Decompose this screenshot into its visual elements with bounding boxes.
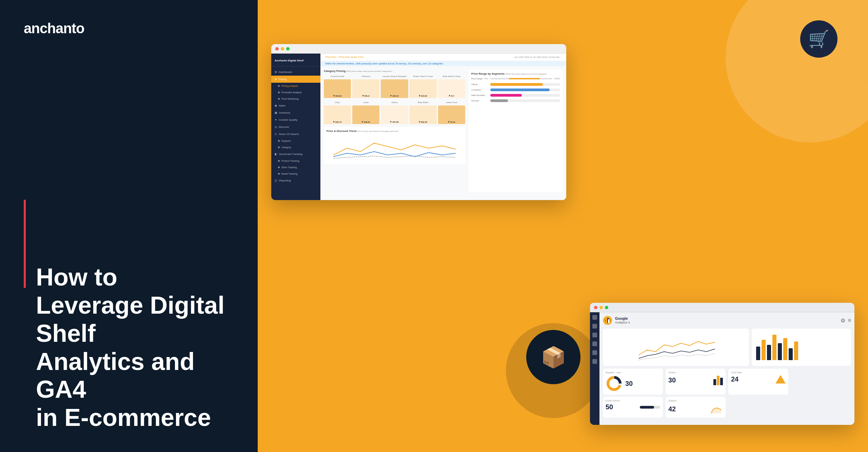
- ga4-menu-icon[interactable]: ≡: [848, 317, 851, 324]
- reporting-icon: ◫: [275, 179, 277, 182]
- browser-dot-yellow: [281, 47, 284, 51]
- sidebar-item-pricing[interactable]: ◈ Pricing: [271, 76, 320, 83]
- accent-bar: [24, 200, 26, 288]
- sales-icon: ◉: [275, 104, 277, 107]
- cat-cell-4: ₱ 204.53: [410, 79, 437, 98]
- support-content: 42: [668, 403, 723, 415]
- content-icon: ✦: [275, 118, 277, 121]
- support-value: 42: [668, 405, 676, 413]
- sidebar-item-promotion-analysis[interactable]: Promotion Analysis: [271, 89, 320, 96]
- sidebar-item-pricing-analysis[interactable]: Pricing Analysis: [271, 83, 320, 89]
- left-panel: anchanto How to Leverage Digital Shelf A…: [0, 0, 258, 452]
- sub-dot-2: [278, 92, 280, 93]
- dsa-date: Jun 10th 2024 to Jul 14th 2024 Current M…: [514, 56, 561, 58]
- sub-dot-4: [278, 140, 280, 142]
- sub-dot-6: [278, 160, 280, 162]
- bar-6: [783, 338, 787, 360]
- sidebar-item-reporting[interactable]: ◫ Reporting: [271, 177, 320, 184]
- ga4-stat-support: Support 42: [666, 397, 726, 418]
- svg-rect-2: [606, 318, 607, 323]
- ga4-body: Google Analytics 4 ⚙ ≡: [590, 312, 854, 425]
- ga4-stat-register: Register - new 30: [603, 369, 663, 395]
- bar-1: [756, 347, 760, 360]
- range-track: [490, 78, 552, 79]
- ga4-stat-visitors: Visitors 30: [666, 369, 726, 395]
- sub-dot-8: [278, 173, 280, 175]
- ga4-sidebar-icon-3: [592, 333, 597, 337]
- range-row-official: Official: [471, 83, 560, 86]
- cat-header-5: Body Wash & Soap: [438, 75, 465, 78]
- email-value: 50: [606, 403, 613, 411]
- competitor-bar: [490, 89, 550, 91]
- sidebar-item-store-tracking[interactable]: Store Tracking: [271, 164, 320, 171]
- click-label: Click Date: [731, 371, 786, 374]
- visitors-bars: [713, 375, 723, 385]
- sidebar-item-discover[interactable]: ◎ Discover: [271, 123, 320, 131]
- cat-r2-cell-5: ₱ 45.42: [438, 105, 465, 124]
- category-grid-row2: Chips Lotion Others Baby Bottle Instant …: [324, 101, 465, 124]
- sub-dot-5: [278, 146, 280, 148]
- sidebar-item-product-tracking[interactable]: Product Tracking: [271, 158, 320, 164]
- bar-4: [772, 335, 776, 360]
- ga4-stat-empty: [791, 369, 851, 395]
- cart-icon-container: 🛒: [800, 20, 837, 58]
- official-bar-container: [490, 83, 560, 86]
- range-slider: Price Range ₱0P ₱9999: [471, 77, 560, 80]
- dsa-right-content: Price Range by Segments What's the price…: [469, 70, 563, 192]
- email-bar-container: [640, 406, 660, 409]
- click-content: 24: [731, 375, 786, 384]
- sidebar-item-inventory[interactable]: ▦ Inventory: [271, 109, 320, 116]
- cat-cell-3: ₱ 252.02: [381, 79, 408, 98]
- range-row-dnm: D&M (Reseller): [471, 94, 560, 97]
- dsa-content: Category Pricing What price range exists…: [320, 66, 566, 196]
- ga4-stat-click: Click Date 24: [728, 369, 788, 395]
- sidebar-item-dashboard[interactable]: ⊞ Dashboard: [271, 68, 320, 76]
- breadcrumb: PRICING / PRICING ANALYSIS: [325, 56, 364, 59]
- sidebar-item-price-monitoring[interactable]: Price Monitoring: [271, 96, 320, 102]
- cat-r2-header-3: Others: [381, 101, 408, 104]
- ga4-stat-email: Email Submit 50: [603, 397, 663, 418]
- sidebar-item-sales[interactable]: ◉ Sales: [271, 102, 320, 109]
- recycler-bar-container: [490, 99, 560, 102]
- support-chart: [709, 403, 723, 415]
- recycler-label: Recycler: [471, 100, 488, 102]
- dsa-main: PRICING / PRICING ANALYSIS Jun 10th 2024…: [320, 54, 566, 200]
- category-grid-row1: Canned Goods Shampoo Laundry Soap & Dete…: [324, 75, 465, 98]
- main-heading: How to Leverage Digital Shelf Analytics …: [36, 263, 234, 432]
- sub-dot-3: [278, 98, 280, 100]
- search-icon: ⊙: [275, 133, 277, 136]
- cat-r2-header-1: Chips: [324, 101, 351, 104]
- delivery-icon: 📦: [541, 345, 566, 369]
- sidebar-item-brand-tracking[interactable]: Brand Tracking: [271, 171, 320, 177]
- sidebar-item-share-of-search[interactable]: ⊙ Share Of Search: [271, 131, 320, 138]
- range-row-recycler: Recycler: [471, 99, 560, 102]
- dashboard-icon: ⊞: [275, 71, 277, 74]
- ga4-sidebar: [590, 312, 599, 425]
- sidebar-item-keyword[interactable]: Keyword: [271, 138, 320, 144]
- cat-r2-cell-3: ₱ 487.98: [381, 105, 408, 124]
- cat-r2-header-4: Baby Bottle: [410, 101, 437, 104]
- range-min-label: Price Range: [471, 78, 482, 80]
- sidebar-item-content-quality[interactable]: ✦ Content Quality: [271, 116, 320, 123]
- ga4-gear-icon[interactable]: ⚙: [841, 317, 845, 324]
- ga4-line-chart: [603, 329, 749, 366]
- range-max-val: ₱9999: [554, 77, 560, 80]
- dsa-screenshot: Anchanto Digital Shelf ⊞ Dashboard ◈ Pri…: [271, 44, 566, 200]
- category-pricing-title: Category Pricing What price range exists…: [324, 70, 465, 73]
- cat-cell-2: ₱ 381.8: [352, 79, 379, 98]
- ga4-sidebar-icon-6: [592, 359, 597, 364]
- click-triangle: [775, 375, 786, 384]
- ga4-browser-bar: [590, 303, 854, 312]
- cat-header-1: Canned Goods: [324, 75, 351, 78]
- bar-3: [767, 345, 771, 360]
- range-min-val: ₱0P: [485, 77, 488, 80]
- v-bar-2: [717, 376, 719, 385]
- bar-2: [762, 340, 766, 360]
- dnm-label: D&M (Reseller): [471, 94, 488, 96]
- trend-subtitle: How is price and discount changing with …: [357, 130, 399, 132]
- row2-categories: Chips Lotion Others Baby Bottle Instant …: [324, 101, 465, 124]
- sidebar-item-category[interactable]: Category: [271, 144, 320, 151]
- sidebar-item-scorecard[interactable]: ◧ Scorecard Tracking: [271, 151, 320, 158]
- category-pricing-subtitle: What price range exists across product c…: [346, 70, 392, 72]
- logo: anchanto: [24, 20, 234, 37]
